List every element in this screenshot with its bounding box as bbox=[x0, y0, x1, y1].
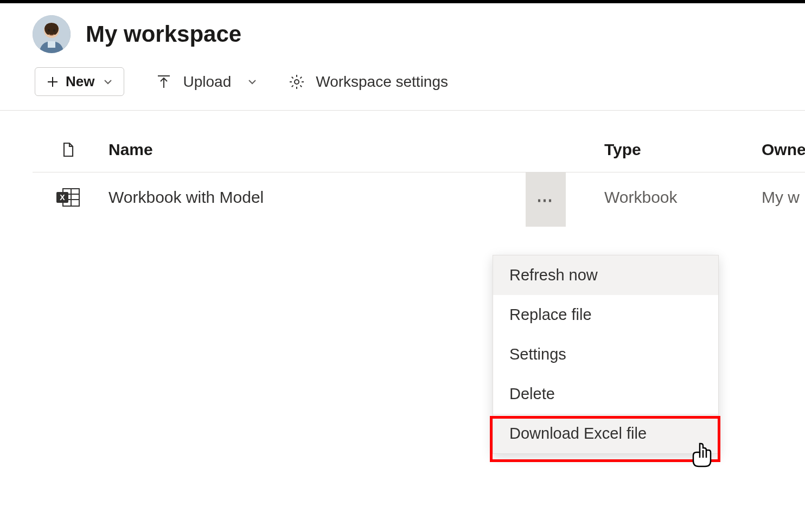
upload-button[interactable]: Upload bbox=[156, 73, 257, 91]
menu-item-replace[interactable]: Replace file bbox=[493, 295, 718, 335]
workspace-settings-label: Workspace settings bbox=[316, 73, 448, 91]
context-menu: Refresh now Replace file Settings Delete… bbox=[493, 255, 719, 454]
svg-point-2 bbox=[48, 29, 50, 32]
toolbar: New Upload Workspac bbox=[0, 64, 805, 111]
column-type-header[interactable]: Type bbox=[604, 140, 762, 159]
plus-icon bbox=[46, 75, 59, 88]
excel-icon: X bbox=[55, 187, 80, 208]
file-name[interactable]: Workbook with Model bbox=[87, 188, 555, 207]
top-border bbox=[0, 0, 805, 3]
column-icon-header bbox=[33, 142, 87, 158]
table-header: Name Type Owner bbox=[33, 111, 805, 172]
menu-item-download-excel[interactable]: Download Excel file bbox=[493, 414, 718, 453]
new-button[interactable]: New bbox=[35, 67, 124, 96]
new-button-label: New bbox=[66, 73, 94, 90]
file-owner: My w bbox=[762, 188, 805, 207]
svg-point-3 bbox=[53, 29, 55, 32]
menu-item-delete[interactable]: Delete bbox=[493, 374, 718, 414]
more-options-button[interactable]: ⋯ bbox=[526, 172, 566, 227]
file-icon bbox=[60, 142, 76, 158]
column-name-header[interactable]: Name bbox=[87, 140, 555, 159]
workspace-header: My workspace bbox=[0, 0, 805, 64]
upload-label: Upload bbox=[183, 73, 231, 91]
page-title: My workspace bbox=[86, 21, 241, 47]
avatar[interactable] bbox=[33, 15, 71, 53]
file-type: Workbook bbox=[604, 188, 762, 207]
ellipsis-icon: ⋯ bbox=[536, 190, 555, 209]
upload-icon bbox=[156, 74, 172, 90]
chevron-down-icon bbox=[103, 77, 113, 87]
svg-point-8 bbox=[295, 80, 299, 84]
column-owner-header[interactable]: Owner bbox=[762, 140, 805, 159]
svg-text:X: X bbox=[60, 193, 65, 202]
menu-item-settings[interactable]: Settings bbox=[493, 335, 718, 374]
chevron-down-icon bbox=[247, 77, 257, 87]
table-row[interactable]: X Workbook with Model ⋯ Workbook My w bbox=[33, 172, 805, 222]
gear-icon bbox=[289, 74, 305, 90]
workspace-settings-button[interactable]: Workspace settings bbox=[289, 73, 448, 91]
menu-item-refresh[interactable]: Refresh now bbox=[493, 255, 718, 295]
file-table: Name Type Owner X Workbook with Model ⋯ … bbox=[0, 111, 805, 222]
